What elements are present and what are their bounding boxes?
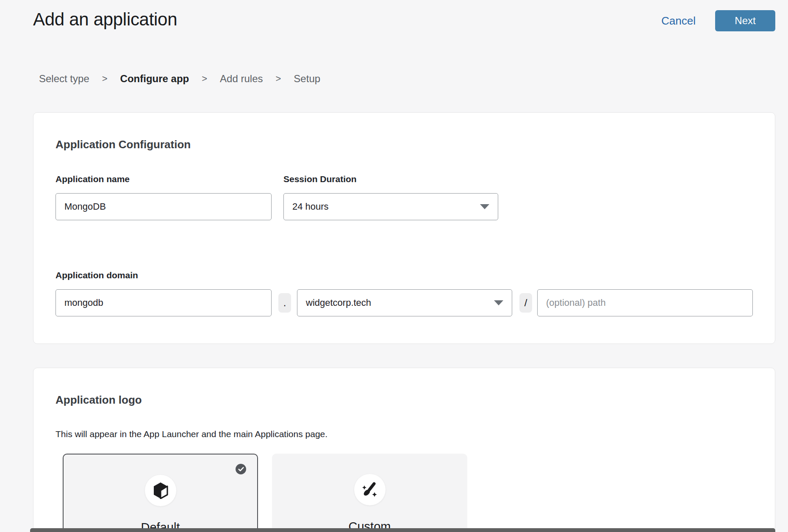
breadcrumb-step-add-rules[interactable]: Add rules <box>220 73 263 85</box>
session-duration-label: Session Duration <box>283 174 498 184</box>
breadcrumb-step-select-type[interactable]: Select type <box>39 73 89 85</box>
session-duration-field: Session Duration 24 hours <box>283 174 498 220</box>
breadcrumb-step-setup[interactable]: Setup <box>294 73 320 85</box>
next-button[interactable]: Next <box>715 10 775 31</box>
cube-icon <box>145 475 176 506</box>
path-input[interactable] <box>537 289 753 316</box>
application-domain-row: . widgetcorp.tech / <box>55 289 753 316</box>
logo-option-default[interactable]: Default <box>63 454 258 532</box>
section-heading-application-logo: Application logo <box>55 368 753 407</box>
domain-select-value: widgetcorp.tech <box>306 297 371 308</box>
section-heading-application-configuration: Application Configuration <box>55 113 753 151</box>
application-name-field: Application name <box>55 174 272 220</box>
session-duration-value: 24 hours <box>292 201 329 212</box>
page-header: Add an application Cancel Next <box>0 0 788 31</box>
application-name-label: Application name <box>55 174 272 184</box>
logo-option-custom[interactable]: Custom <box>272 454 467 532</box>
application-logo-card: Application logo This will appear in the… <box>33 368 775 532</box>
chevron-down-icon <box>494 300 503 305</box>
logo-options: Default Custom <box>63 454 753 532</box>
domain-dot-separator: . <box>278 293 291 313</box>
subdomain-input[interactable] <box>55 289 272 316</box>
breadcrumb-separator: > <box>276 73 281 84</box>
breadcrumb-separator: > <box>202 73 207 84</box>
logo-description: This will appear in the App Launcher and… <box>55 429 753 439</box>
breadcrumb-separator: > <box>102 73 108 84</box>
application-domain-label: Application domain <box>55 270 753 280</box>
breadcrumb: Select type > Configure app > Add rules … <box>39 73 788 85</box>
header-actions: Cancel Next <box>661 9 775 31</box>
paintbrush-icon <box>354 474 386 505</box>
domain-slash-separator: / <box>519 293 532 313</box>
selected-check-icon <box>236 464 246 474</box>
session-duration-select[interactable]: 24 hours <box>283 193 498 220</box>
cancel-button[interactable]: Cancel <box>661 14 696 28</box>
page-title: Add an application <box>33 9 177 30</box>
horizontal-scrollbar[interactable] <box>30 528 775 532</box>
breadcrumb-step-configure-app[interactable]: Configure app <box>120 73 189 85</box>
domain-select[interactable]: widgetcorp.tech <box>297 289 512 316</box>
application-name-input[interactable] <box>55 193 272 220</box>
chevron-down-icon <box>480 204 489 209</box>
application-configuration-card: Application Configuration Application na… <box>33 112 775 344</box>
